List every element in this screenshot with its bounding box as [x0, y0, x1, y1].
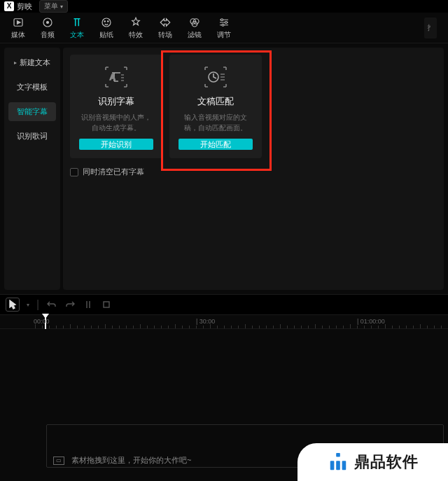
ruler-label: | 30:00 — [196, 318, 215, 325]
titlebar: X 剪映 菜单 ▾ — [0, 0, 448, 13]
tab-label: 滤镜 — [188, 30, 202, 40]
svg-point-3 — [47, 21, 49, 23]
timeline-ruler[interactable]: 00:00| 30:00| 01:00:00 — [0, 315, 448, 329]
sidebar-item-label: 智能字幕 — [17, 106, 48, 117]
sidebar-item-label: 文字模板 — [17, 82, 48, 92]
svg-rect-15 — [104, 302, 109, 307]
watermark: 鼎品软件 — [298, 443, 448, 481]
side-nav: ▸ 新建文本 文字模板 智能字幕 识别歌词 — [4, 48, 60, 290]
card-row: A 识别字幕 识别音视频中的人声，自动生成字幕。 开始识别 — [70, 55, 437, 158]
clear-label: 同时清空已有字幕 — [83, 167, 144, 177]
svg-rect-19 — [342, 461, 346, 470]
svg-point-5 — [104, 20, 106, 22]
svg-point-4 — [102, 18, 111, 27]
tab-filter[interactable]: 滤镜 — [188, 16, 202, 40]
menu-dropdown[interactable]: 菜单 ▾ — [39, 0, 68, 13]
split-button[interactable] — [83, 299, 94, 310]
content-panel: A 识别字幕 识别音视频中的人声，自动生成字幕。 开始识别 — [63, 48, 444, 290]
chevron-down-icon: ▾ — [60, 4, 63, 10]
media-placeholder-icon: ▭ — [53, 456, 64, 465]
main-area: ▸ 新建文本 文字模板 智能字幕 识别歌词 A — [0, 43, 448, 294]
watermark-text: 鼎品软件 — [354, 452, 419, 473]
card-recognize-subtitle: A 识别字幕 识别音视频中的人声，自动生成字幕。 开始识别 — [70, 55, 162, 158]
svg-rect-18 — [336, 461, 340, 470]
card-desc: 识别音视频中的人声，自动生成字幕。 — [78, 112, 154, 133]
tab-label: 音频 — [41, 30, 55, 40]
tab-label: 调节 — [217, 30, 231, 40]
undo-button[interactable] — [46, 299, 57, 310]
sidebar-item-new-text[interactable]: ▸ 新建文本 — [8, 53, 56, 72]
tab-effect[interactable]: 特效 — [129, 16, 143, 40]
start-recognize-button[interactable]: 开始识别 — [79, 139, 153, 150]
sidebar-item-recognize-lyrics[interactable]: 识别歌词 — [8, 127, 56, 146]
card-desc: 输入音视频对应的文稿，自动匹配画面。 — [178, 112, 253, 133]
match-icon — [198, 64, 233, 90]
tab-label: 文本 — [70, 30, 84, 40]
separator: | — [36, 298, 39, 311]
redo-button[interactable] — [64, 299, 76, 310]
app-logo: X — [4, 1, 14, 11]
svg-point-10 — [221, 18, 223, 20]
svg-rect-16 — [336, 453, 340, 457]
tool-chevron-icon[interactable]: ▾ — [27, 302, 29, 308]
drop-zone[interactable]: ▭ 素材拖拽到这里，开始你的大作吧~ — [53, 455, 191, 466]
tab-sticker[interactable]: 贴纸 — [99, 16, 113, 40]
drop-hint: 素材拖拽到这里，开始你的大作吧~ — [71, 455, 191, 466]
tab-adjust[interactable]: 调节 — [217, 16, 231, 40]
selection-tool[interactable] — [6, 298, 20, 312]
menu-label: 菜单 — [44, 1, 58, 11]
svg-rect-17 — [330, 461, 334, 470]
svg-point-12 — [222, 24, 224, 26]
tab-label: 媒体 — [11, 30, 25, 40]
tab-label: 特效 — [129, 30, 143, 40]
panel-toggle[interactable]: 扌 — [424, 18, 437, 39]
timeline-toolbar: ▾ | — [0, 294, 448, 315]
tab-label: 转场 — [158, 30, 172, 40]
ruler-label: | 01:00:00 — [357, 318, 385, 325]
ruler-label: 00:00 — [34, 318, 50, 325]
sidebar-item-smart-subtitle[interactable]: 智能字幕 — [8, 102, 56, 121]
tab-transition[interactable]: 转场 — [158, 16, 172, 40]
clear-existing-row[interactable]: 同时清空已有字幕 — [70, 167, 437, 177]
delete-button[interactable] — [101, 299, 112, 310]
svg-text:A: A — [110, 73, 115, 81]
app-name: 剪映 — [17, 1, 32, 12]
sidebar-item-label: 新建文本 — [20, 57, 50, 68]
svg-point-11 — [225, 21, 227, 23]
watermark-logo-icon — [328, 452, 349, 473]
sidebar-item-text-template[interactable]: 文字模板 — [8, 78, 56, 97]
svg-marker-1 — [18, 20, 21, 24]
tab-audio[interactable]: 音频 — [41, 16, 55, 40]
expand-arrow-icon: ▸ — [14, 60, 17, 66]
tab-label: 贴纸 — [99, 30, 113, 40]
subtitle-icon: A — [99, 64, 134, 90]
clear-checkbox[interactable] — [70, 168, 78, 176]
card-title: 文稿匹配 — [197, 95, 234, 108]
tab-text[interactable]: 文本 — [70, 16, 84, 40]
sidebar-item-label: 识别歌词 — [17, 131, 48, 141]
start-match-button[interactable]: 开始匹配 — [178, 139, 253, 150]
card-script-match: 文稿匹配 输入音视频对应的文稿，自动匹配画面。 开始匹配 — [169, 55, 262, 158]
tab-media[interactable]: 媒体 — [11, 16, 25, 40]
card-title: 识别字幕 — [98, 95, 134, 108]
svg-point-6 — [108, 20, 109, 22]
tool-tabbar: 媒体 音频 文本 贴纸 特效 转场 滤镜 调节 扌 — [0, 13, 448, 43]
